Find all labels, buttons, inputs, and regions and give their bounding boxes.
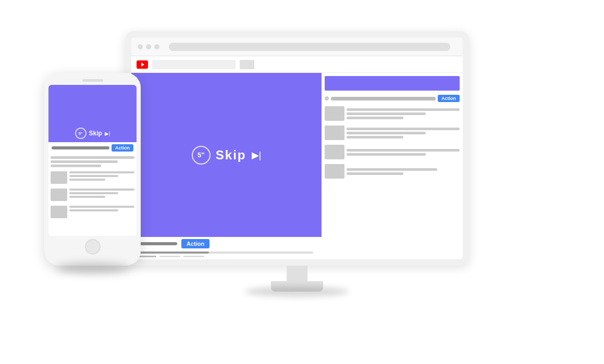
sidebar-line-2c — [347, 136, 403, 139]
monitor-content: 5" Skip ▶| Action — [131, 73, 463, 259]
phone-action-text — [52, 146, 109, 149]
phone-item-lines-3 — [69, 206, 134, 218]
phone-notch — [48, 79, 137, 82]
phone-list-item-3 — [48, 205, 137, 219]
phone-item-line-2c — [69, 196, 105, 198]
phone-title-line-2 — [51, 160, 118, 163]
youtube-search-bar[interactable] — [152, 60, 236, 69]
phone-item-line-1b — [69, 175, 118, 177]
phone-skip-label[interactable]: Skip — [89, 130, 102, 137]
sidebar-line-1b — [347, 112, 426, 115]
youtube-header — [131, 56, 463, 73]
desktop-monitor: 5" Skip ▶| Action — [125, 31, 469, 292]
video-area: 5" Skip ▶| Action — [131, 73, 322, 259]
monitor-shadow — [245, 286, 349, 297]
browser-dot-2 — [146, 44, 151, 49]
mobile-phone: 5" Skip ▶| Action — [44, 73, 141, 266]
sidebar: Action — [322, 73, 463, 259]
sidebar-item-lines-2 — [347, 128, 460, 139]
sidebar-banner — [325, 76, 460, 91]
skip-overlay: 5" Skip ▶| — [192, 146, 261, 165]
phone-action-button[interactable]: Action — [112, 144, 133, 152]
phone-item-line-2b — [69, 192, 118, 194]
phone-frame: 5" Skip ▶| Action — [44, 73, 141, 266]
sidebar-line-2b — [347, 132, 426, 134]
video-action-bar: Action — [131, 237, 322, 250]
phone-shadow — [56, 263, 129, 273]
sidebar-line-1c — [347, 117, 403, 119]
phone-thumb-1 — [51, 171, 67, 184]
youtube-logo-icon — [137, 60, 148, 69]
phone-video-player[interactable]: 5" Skip ▶| — [48, 85, 137, 142]
sidebar-item-lines-4 — [347, 168, 460, 175]
video-progress-fill — [140, 252, 209, 254]
sidebar-action-button[interactable]: Action — [438, 95, 460, 102]
phone-item-line-3b — [69, 209, 118, 211]
sidebar-line-3a — [347, 149, 460, 152]
sidebar-line-2a — [347, 128, 460, 130]
phone-item-lines-1 — [69, 171, 134, 184]
monitor-frame: 5" Skip ▶| Action — [125, 31, 469, 266]
sidebar-list-item-4 — [325, 163, 460, 180]
skip-icon: ▶| — [252, 149, 262, 161]
sidebar-item-top: Action — [325, 94, 460, 103]
sidebar-thumb-4 — [325, 164, 344, 179]
sidebar-line-1a — [347, 108, 460, 111]
phone-thumb-3 — [51, 206, 67, 218]
phone-item-line-2a — [69, 189, 134, 191]
phone-list-item-2 — [48, 187, 137, 202]
monitor-neck — [287, 266, 307, 281]
phone-title-lines — [48, 156, 137, 167]
video-progress-bar[interactable] — [140, 252, 313, 254]
monitor-screen: 5" Skip ▶| Action — [131, 37, 463, 259]
video-action-text — [135, 242, 177, 245]
scene: 5" Skip ▶| Action — [0, 0, 604, 364]
sidebar-list-item-2 — [325, 124, 460, 141]
phone-skip-icon: ▶| — [105, 131, 110, 136]
progress-dot-2 — [159, 256, 180, 257]
phone-item-lines-2 — [69, 189, 134, 201]
address-bar[interactable] — [169, 43, 450, 51]
video-action-button[interactable]: Action — [181, 239, 209, 248]
video-player[interactable]: 5" Skip ▶| — [131, 73, 322, 237]
phone-item-line-1c — [69, 179, 105, 181]
phone-skip-timer: 5" — [75, 128, 87, 139]
progress-dot-3 — [183, 256, 204, 257]
phone-item-line-3a — [69, 206, 134, 208]
sidebar-thumb-2 — [325, 125, 344, 140]
sidebar-line-3b — [347, 153, 426, 156]
skip-timer: 5" — [192, 146, 211, 165]
sidebar-top-title — [331, 97, 436, 101]
youtube-search-button[interactable] — [240, 60, 254, 69]
sidebar-item-lines-1 — [347, 108, 460, 119]
phone-thumb-2 — [51, 189, 67, 201]
phone-title-line-3 — [51, 165, 101, 167]
sidebar-thumb-3 — [325, 145, 344, 159]
sidebar-thumb-1 — [325, 106, 344, 121]
phone-item-line-1a — [69, 171, 134, 173]
video-progress-container — [131, 250, 322, 259]
sidebar-list-item-1 — [325, 105, 460, 122]
sidebar-dot — [325, 96, 329, 101]
phone-action-row: Action — [48, 142, 137, 154]
phone-screen: 5" Skip ▶| Action — [48, 85, 137, 236]
sidebar-line-4b — [347, 172, 403, 175]
phone-skip-overlay: 5" Skip ▶| — [48, 128, 137, 139]
phone-title-line-1 — [51, 156, 134, 159]
sidebar-item-lines-3 — [347, 149, 460, 156]
browser-chrome — [131, 37, 463, 56]
sidebar-line-4a — [347, 168, 437, 171]
progress-dots — [135, 256, 317, 257]
skip-label[interactable]: Skip — [216, 148, 246, 162]
sidebar-list-item-3 — [325, 144, 460, 160]
browser-dot-3 — [154, 44, 159, 49]
phone-speaker — [82, 79, 103, 82]
browser-dot-1 — [138, 44, 143, 49]
phone-home-button[interactable] — [85, 239, 101, 255]
phone-list-item-1 — [48, 170, 137, 185]
